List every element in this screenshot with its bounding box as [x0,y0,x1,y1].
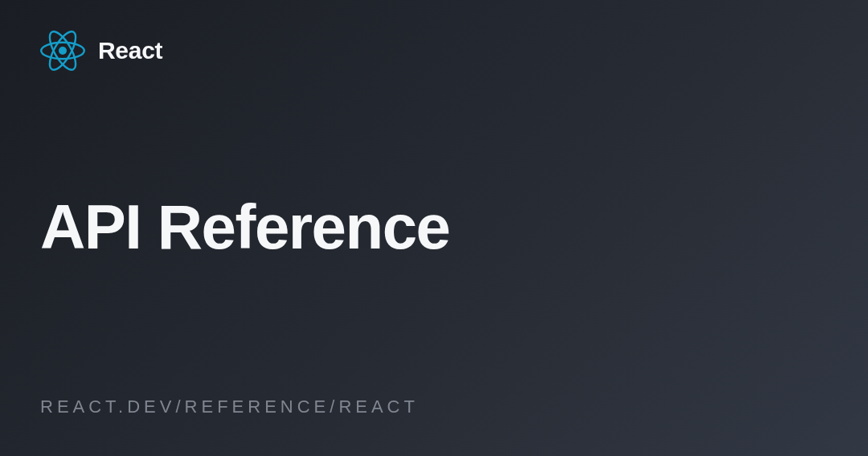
main-content: API Reference [40,57,828,396]
footer: REACT.DEV/REFERENCE/REACT [40,396,828,424]
url-path: REACT.DEV/REFERENCE/REACT [40,396,828,417]
og-card: React API Reference REACT.DEV/REFERENCE/… [0,0,868,456]
svg-point-0 [59,47,67,55]
page-title: API Reference [40,195,449,258]
